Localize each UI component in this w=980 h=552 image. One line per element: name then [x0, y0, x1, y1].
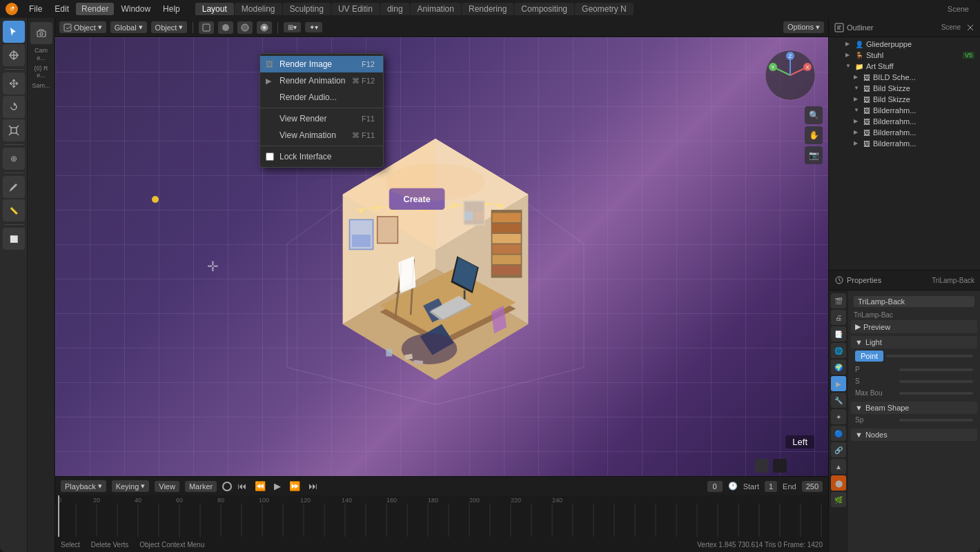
menu-help[interactable]: Help: [157, 3, 186, 15]
play-record-btn[interactable]: [222, 482, 232, 491]
timeline-playhead[interactable]: [58, 495, 59, 537]
shadertree-btn[interactable]: 🌿: [831, 492, 846, 507]
jump-end-btn[interactable]: ⏭: [306, 480, 320, 493]
overlays-btn[interactable]: ⊞▾: [284, 22, 301, 32]
measure-btn[interactable]: 📏: [3, 199, 25, 221]
output-props-btn[interactable]: 🖨: [831, 310, 846, 325]
sp-value[interactable]: [899, 419, 973, 422]
outliner-item-bild1[interactable]: ▶ 🖼 BILD Sche...: [829, 72, 980, 83]
editor-type-btn[interactable]: Object ▾: [59, 21, 106, 33]
outliner-item-bild-skizze1[interactable]: ▼ 🖼 Bild Skizze: [829, 83, 980, 94]
modifier-props-btn[interactable]: 🔧: [831, 393, 846, 408]
outliner-item-gliederpuppe[interactable]: ▶ 👤 Gliederpuppe: [829, 39, 980, 50]
tab-uv-editing[interactable]: UV Editin: [331, 3, 380, 15]
zoom-in-btn[interactable]: 🔍: [805, 106, 823, 124]
current-frame-display[interactable]: 0: [707, 481, 723, 492]
cursor-tool-btn[interactable]: [3, 44, 25, 66]
material-btn[interactable]: [237, 21, 253, 34]
object-name-field[interactable]: TriLamp-Back: [854, 296, 974, 307]
move-tool-btn[interactable]: [3, 72, 25, 95]
tab-modeling[interactable]: Modeling: [235, 3, 282, 15]
nodes-header[interactable]: ▼ Nodes: [851, 428, 977, 441]
viewport-shading-btn[interactable]: Global ▾: [110, 21, 147, 33]
specular-value[interactable]: [899, 380, 973, 383]
tab-rendering[interactable]: Rendering: [462, 3, 513, 15]
tab-compositing[interactable]: Compositing: [514, 3, 574, 15]
sample-label[interactable]: Sam...: [28, 81, 55, 91]
hand-btn[interactable]: ✋: [805, 126, 823, 144]
power-value[interactable]: [899, 368, 973, 371]
menu-window[interactable]: Window: [115, 3, 156, 15]
outliner-item-stuhl[interactable]: ▶ 🪑 Stuhl V5: [829, 50, 980, 61]
tab-sculpting[interactable]: Sculpting: [283, 3, 331, 15]
outliner-item-bilderrahm2[interactable]: ▶ 🖼 Bilderrahm...: [829, 116, 980, 127]
keying-btn[interactable]: Keying ▾: [112, 480, 150, 492]
end-frame-input[interactable]: 250: [802, 481, 823, 492]
tab-geometry-nodes[interactable]: Geometry N: [575, 3, 634, 15]
constraint-props-btn[interactable]: 🔗: [831, 442, 846, 457]
data-props-btn[interactable]: ▲: [831, 459, 846, 474]
maxbounce-value[interactable]: [899, 392, 973, 395]
outliner-item-bilderrahm1[interactable]: ▼ 🖼 Bilderrahm...: [829, 105, 980, 116]
marker-btn[interactable]: Marker: [185, 481, 217, 492]
render-audio-item[interactable]: Render Audio...: [260, 89, 383, 106]
outliner-item-bilderrahm3[interactable]: ▶ 🖼 Bilderrahm...: [829, 127, 980, 138]
render-btn-header[interactable]: [257, 21, 272, 34]
outliner-close-icon[interactable]: [966, 23, 974, 32]
timeline-track-area[interactable]: 0 20 40 60 80 100 120 140 160 180 200 22…: [55, 495, 828, 537]
view-animation-item[interactable]: View Animation ⌘ F11: [260, 127, 383, 144]
view-btn-timeline[interactable]: View: [155, 481, 179, 492]
object-props-btn[interactable]: ▶: [831, 376, 846, 391]
light-type-btn[interactable]: Point: [855, 351, 883, 362]
menu-file[interactable]: File: [23, 3, 48, 15]
tab-animation[interactable]: Animation: [411, 3, 461, 15]
camera-label[interactable]: Came...: [28, 46, 55, 63]
beam-shape-header[interactable]: ▼ Beam Shape: [851, 402, 977, 414]
gizmos-btn[interactable]: ✦▾: [305, 22, 322, 32]
light-header[interactable]: ▼ Light: [851, 336, 977, 348]
play-btn[interactable]: ▶: [271, 480, 284, 493]
select-tool-btn[interactable]: [3, 21, 25, 43]
lock-interface-checkbox[interactable]: [266, 152, 274, 161]
menu-render[interactable]: Render: [76, 3, 114, 15]
rotate-tool-btn[interactable]: [3, 96, 25, 118]
camera-btn-vp[interactable]: 📷: [805, 146, 823, 164]
step-fwd-btn[interactable]: ⏩: [286, 480, 303, 493]
annotate-btn[interactable]: [3, 176, 25, 198]
step-back-btn[interactable]: ⏪: [252, 480, 268, 493]
wireframe-btn[interactable]: [199, 21, 214, 34]
menu-edit[interactable]: Edit: [49, 3, 75, 15]
viewport[interactable]: Create: [55, 37, 828, 476]
view-render-item[interactable]: View Render F11: [260, 110, 383, 127]
add-cube-btn[interactable]: ⬜: [3, 228, 25, 250]
start-frame-input[interactable]: 1: [765, 481, 777, 492]
tab-layout[interactable]: Layout: [195, 3, 234, 15]
scale-tool-btn[interactable]: [3, 119, 25, 141]
light-color-field[interactable]: [886, 355, 973, 357]
world-props-btn[interactable]: 🌍: [831, 359, 846, 375]
camera-view-btn[interactable]: [30, 22, 52, 44]
outliner-item-bild-skizze2[interactable]: ▶ 🖼 Bild Skizze: [829, 94, 980, 105]
tab-ding[interactable]: ding: [380, 3, 410, 15]
solid-btn[interactable]: [218, 21, 233, 34]
playback-btn[interactable]: Playback ▾: [61, 480, 106, 492]
render-props-btn[interactable]: 🎬: [831, 293, 846, 308]
outliner-item-bilderrahm4[interactable]: ▶ 🖼 Bilderrahm...: [829, 138, 980, 149]
render-image-item[interactable]: 🖼 Render Image F12: [260, 56, 383, 72]
blender-logo-icon[interactable]: [6, 3, 18, 15]
material-props-btn[interactable]: ⬤: [831, 475, 846, 491]
particle-props-btn[interactable]: ✦: [831, 409, 846, 424]
outliner-item-artstuff[interactable]: ▼ 📁 Art Stuff: [829, 61, 980, 72]
options-btn[interactable]: Options ▾: [783, 21, 824, 33]
object-mode-btn[interactable]: Object ▾: [151, 21, 188, 33]
jump-start-btn[interactable]: ⏮: [235, 480, 249, 493]
lock-interface-item[interactable]: Lock Interface: [260, 148, 383, 165]
view-layer-btn[interactable]: 📑: [831, 326, 846, 342]
transform-tool-btn[interactable]: ⊕: [3, 148, 25, 170]
render-label[interactable]: (0) Re...: [28, 63, 55, 81]
scene-props-btn[interactable]: 🌐: [831, 343, 846, 358]
viewport-gizmo[interactable]: X Y Z: [763, 48, 818, 103]
physics-props-btn[interactable]: 🔵: [831, 426, 846, 441]
render-animation-item[interactable]: ▶ Render Animation ⌘ F12: [260, 72, 383, 89]
preview-header[interactable]: ▶ Preview: [851, 320, 977, 333]
